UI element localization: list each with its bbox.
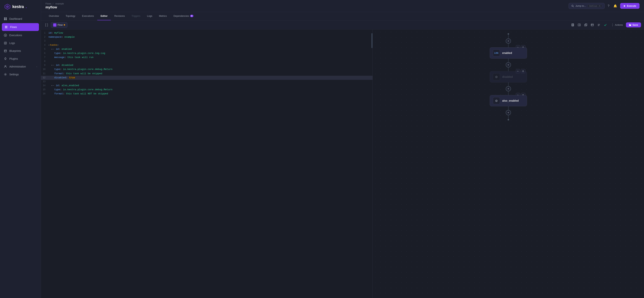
tab-logs[interactable]: Logs: [144, 12, 156, 20]
editor-canvas-area: 1 id: myflow 2 namespace: example 3 4 ▾t…: [41, 30, 644, 298]
save-file-icon-btn[interactable]: [570, 23, 576, 27]
node-wrapper-enabled: ✏ 🗑 LOG enabled: [490, 47, 527, 59]
jump-to-button[interactable]: Jump to... Ctrl/Cmd + K: [568, 3, 605, 9]
tab-revisions[interactable]: Revisions: [111, 12, 128, 20]
save-button[interactable]: Save: [626, 22, 641, 28]
actions-dots: ⋮: [611, 23, 614, 27]
sidebar-navigation: Dashboard Flows Executions Logs: [0, 14, 41, 298]
add-node-middle2-button[interactable]: +: [506, 86, 511, 91]
add-node-bottom-button[interactable]: +: [506, 110, 511, 115]
flow-node-enabled[interactable]: LOG enabled: [490, 47, 527, 59]
split-view-icon-btn[interactable]: [576, 23, 582, 27]
execute-button[interactable]: Execute: [620, 3, 640, 9]
executions-icon: [4, 34, 7, 37]
breadcrumb: Flows / example: [46, 3, 65, 5]
code-line-7: 7 message: this task will run: [41, 55, 372, 60]
breadcrumb-flows-link[interactable]: Flows: [46, 3, 51, 5]
page-title: myflow: [46, 6, 65, 9]
sidebar-item-dashboard[interactable]: Dashboard: [0, 15, 41, 23]
sidebar-item-label: Executions: [9, 34, 22, 37]
sidebar-item-settings[interactable]: Settings: [0, 71, 41, 78]
svg-rect-15: [4, 50, 6, 52]
logs-icon: [4, 41, 7, 45]
code-line-16: 16 format: this task will NOT be skipped: [41, 92, 372, 96]
copy-icon-btn[interactable]: [583, 23, 588, 27]
logo-area: kestra .: [0, 0, 41, 14]
svg-rect-24: [572, 24, 574, 25]
svg-line-21: [573, 6, 574, 7]
tab-triggers[interactable]: Triggers: [128, 12, 144, 20]
flow-tab-button[interactable]: ⬡ Flow: [51, 22, 68, 28]
svg-rect-3: [6, 18, 7, 19]
flow-canvas: + ✏ 🗑 LOG enabled +: [373, 30, 644, 298]
flow-node-also-enabled[interactable]: ⊙ also_enabled: [490, 95, 527, 106]
code-line-11: 11 format: this task will be skipped: [41, 72, 372, 76]
editor-toolbar: ⬡ Flow: [41, 21, 644, 30]
jump-to-kbd: Ctrl/Cmd + K: [588, 5, 602, 8]
code-line-12: 12 disabled: true: [41, 76, 372, 80]
admin-icon: [4, 65, 7, 68]
svg-point-20: [572, 5, 573, 7]
code-editor[interactable]: 1 id: myflow 2 namespace: example 3 4 ▾t…: [41, 30, 373, 298]
notifications-button[interactable]: 🔔: [612, 3, 618, 9]
tab-bar: Overview Topology Executions Editor Revi…: [41, 12, 644, 21]
node-enabled-icon: LOG: [493, 50, 500, 57]
add-node-middle1-button[interactable]: +: [506, 62, 511, 68]
table-icon-btn[interactable]: [590, 23, 595, 27]
header-title-area: Flows / example myflow: [46, 3, 65, 9]
plugins-icon: [4, 57, 7, 60]
editor-toolbar-right: ⋮ Actions Save: [570, 22, 641, 28]
code-line-4: 4 ▾tasks:: [41, 43, 372, 47]
code-line-10: 10 type: io.kestra.plugin.core.debug.Ret…: [41, 67, 372, 71]
sidebar-item-executions[interactable]: Executions: [0, 31, 41, 39]
svg-rect-30: [591, 24, 594, 26]
svg-rect-4: [4, 19, 5, 20]
svg-rect-2: [4, 18, 5, 19]
flow-unsaved-dot: [64, 24, 65, 26]
header-actions: Jump to... Ctrl/Cmd + K ? 🔔 Execute: [568, 3, 640, 9]
top-connector-dot: [508, 33, 509, 35]
connector-line-1: [508, 59, 508, 62]
logo-text: kestra: [12, 4, 24, 9]
node-wrapper-disabled: ✏ 🗑 ⊙ disabled: [490, 71, 527, 82]
tab-overview[interactable]: Overview: [46, 12, 62, 20]
tab-dependencies-label: Dependencies: [174, 15, 189, 17]
flow-node-disabled[interactable]: ⊙ disabled: [490, 71, 527, 82]
svg-rect-5: [6, 19, 7, 20]
sidebar-item-flows[interactable]: Flows: [2, 23, 39, 31]
bottom-connector-dot: [508, 119, 509, 120]
node-disabled-label: disabled: [502, 75, 513, 78]
sidebar-item-label: Flows: [10, 26, 17, 29]
validate-icon-btn[interactable]: [603, 23, 608, 27]
chevron-right-icon: ›: [36, 66, 37, 68]
logo-dot: .: [26, 4, 27, 9]
sidebar-item-logs[interactable]: Logs: [0, 39, 41, 47]
code-line-1: 1 id: myflow: [41, 31, 372, 35]
connector-line-after-add-top: [508, 44, 508, 47]
add-node-top-button[interactable]: +: [506, 39, 511, 44]
main-content: Flows / example myflow Jump to... Ctrl/C…: [41, 0, 644, 298]
sidebar-item-label: Plugins: [9, 57, 18, 60]
blueprints-icon: [4, 49, 7, 53]
svg-point-19: [5, 74, 6, 75]
sidebar-item-plugins[interactable]: Plugins: [0, 55, 41, 63]
tab-metrics[interactable]: Metrics: [156, 12, 170, 20]
align-icon-btn[interactable]: [596, 23, 602, 27]
code-line-13: 13: [41, 80, 372, 84]
tab-executions[interactable]: Executions: [79, 12, 97, 20]
code-line-5: 5 ▾- id: enabled: [41, 47, 372, 51]
actions-button[interactable]: ⋮ Actions: [609, 22, 625, 28]
code-scrollbar[interactable]: [372, 30, 372, 298]
tab-dependencies[interactable]: Dependencies 0: [170, 12, 197, 20]
sidebar-item-administration[interactable]: Administration ›: [0, 63, 41, 71]
connector-line-bottom: [508, 115, 508, 119]
sidebar-item-blueprints[interactable]: Blueprints: [0, 47, 41, 55]
help-button[interactable]: ?: [606, 3, 610, 9]
tab-topology[interactable]: Topology: [62, 12, 79, 20]
editor-toolbar-left: ⬡ Flow: [44, 22, 68, 28]
svg-rect-25: [572, 25, 574, 26]
sidebar-item-label: Blueprints: [9, 50, 21, 52]
tab-editor[interactable]: Editor: [97, 12, 111, 20]
expand-icon-btn[interactable]: [44, 23, 49, 27]
code-line-15: 15 type: io.kestra.plugin.core.debug.Ret…: [41, 88, 372, 92]
